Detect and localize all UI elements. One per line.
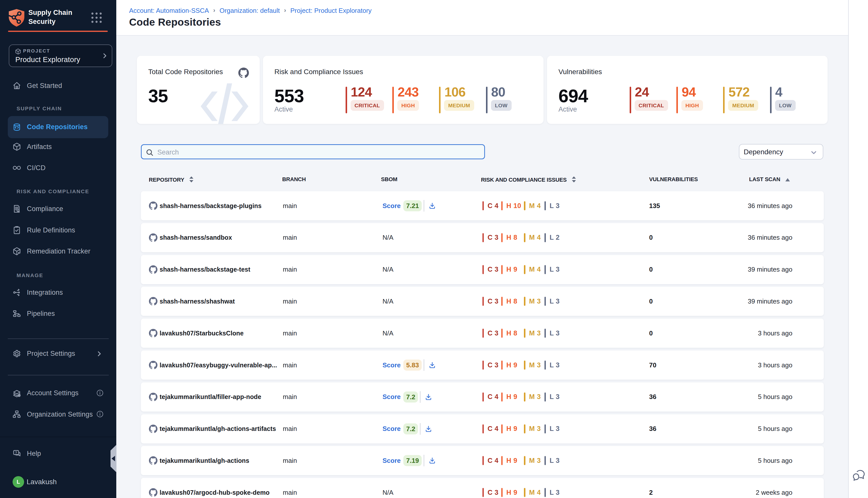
- svg-text:?: ?: [15, 451, 17, 455]
